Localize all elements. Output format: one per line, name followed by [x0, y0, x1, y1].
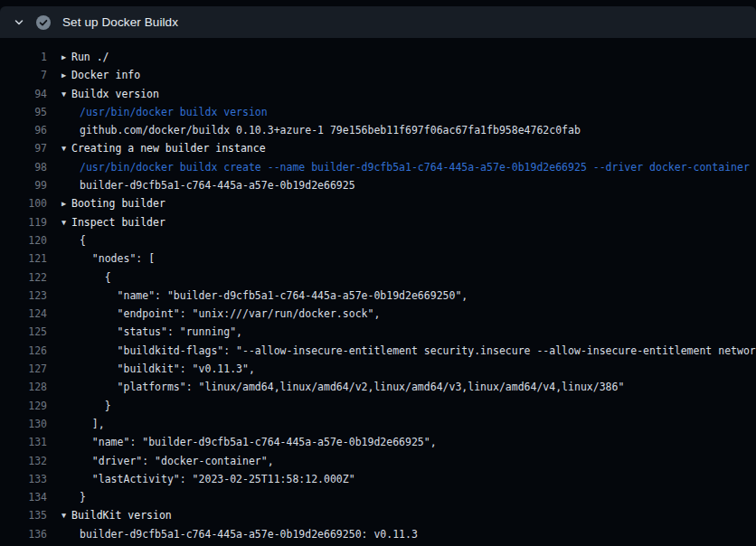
output-text: } — [80, 397, 111, 415]
line-number[interactable]: 119 — [0, 213, 47, 231]
chevron-down-icon[interactable] — [13, 16, 25, 29]
line-number[interactable]: 120 — [0, 231, 47, 249]
line-number[interactable]: 100 — [0, 194, 47, 212]
group-title[interactable]: Booting builder — [71, 194, 165, 212]
triangle-down-icon[interactable]: ▼ — [61, 213, 71, 231]
triangle-down-icon[interactable]: ▼ — [61, 506, 71, 524]
output-text: builder-d9cfb5a1-c764-445a-a57e-0b19d2e6… — [80, 176, 355, 194]
log-line: 129 } — [0, 397, 756, 415]
group-title[interactable]: Run ./ — [71, 48, 109, 66]
output-text: "endpoint": "unix:///var/run/docker.sock… — [80, 305, 380, 323]
line-number[interactable]: 7 — [0, 66, 47, 84]
output-text: "nodes": [ — [80, 249, 155, 268]
log-line: 131 "name": "builder-d9cfb5a1-c764-445a-… — [0, 433, 756, 451]
log-panel: 1▶Run ./7▶Docker info94▼Buildx version95… — [0, 38, 756, 546]
line-number[interactable]: 130 — [0, 415, 47, 433]
output-text: { — [80, 231, 86, 249]
line-number[interactable]: 122 — [0, 268, 47, 287]
group-title[interactable]: BuildKit version — [71, 506, 172, 524]
group-title[interactable]: Creating a new builder instance — [71, 139, 266, 157]
log-group-line[interactable]: 119▼Inspect builder — [0, 213, 756, 231]
log-line: 95/usr/bin/docker buildx version — [0, 103, 756, 121]
line-number[interactable]: 94 — [0, 85, 47, 103]
log-line: 122 { — [0, 268, 756, 287]
output-text: "name": "builder-d9cfb5a1-c764-445a-a57e… — [80, 433, 437, 451]
command-text: /usr/bin/docker buildx version — [80, 103, 268, 121]
output-text: "buildkit": "v0.11.3", — [80, 360, 255, 378]
triangle-right-icon[interactable]: ▶ — [61, 66, 71, 84]
line-number[interactable]: 98 — [0, 158, 47, 176]
log-line: 98/usr/bin/docker buildx create --name b… — [0, 158, 756, 176]
output-text: builder-d9cfb5a1-c764-445a-a57e-0b19d2e6… — [80, 525, 418, 543]
log-lines: 1▶Run ./7▶Docker info94▼Buildx version95… — [0, 48, 756, 543]
output-text: github.com/docker/buildx 0.10.3+azure-1 … — [80, 121, 581, 139]
log-group-line[interactable]: 100▶Booting builder — [0, 194, 756, 212]
triangle-down-icon[interactable]: ▼ — [61, 139, 71, 157]
log-line: 126 "buildkitd-flags": "--allow-insecure… — [0, 342, 756, 360]
line-number[interactable]: 96 — [0, 121, 47, 139]
log-line: 123 "name": "builder-d9cfb5a1-c764-445a-… — [0, 287, 756, 305]
log-line: 96github.com/docker/buildx 0.10.3+azure-… — [0, 121, 756, 139]
line-number[interactable]: 123 — [0, 287, 47, 305]
output-text: "status": "running", — [80, 323, 242, 341]
line-number[interactable]: 132 — [0, 452, 47, 470]
line-number[interactable]: 127 — [0, 360, 47, 378]
log-line: 120{ — [0, 231, 756, 249]
line-number[interactable]: 126 — [0, 342, 47, 360]
line-number[interactable]: 136 — [0, 525, 47, 543]
line-number[interactable]: 95 — [0, 103, 47, 121]
log-line: 132 "driver": "docker-container", — [0, 452, 756, 470]
log-group-line[interactable]: 1▶Run ./ — [0, 48, 756, 66]
group-title[interactable]: Buildx version — [71, 85, 159, 103]
log-line: 128 "platforms": "linux/amd64,linux/amd6… — [0, 378, 756, 396]
output-text: "buildkitd-flags": "--allow-insecure-ent… — [80, 342, 756, 360]
log-group-line[interactable]: 94▼Buildx version — [0, 85, 756, 103]
command-text: /usr/bin/docker buildx create --name bui… — [80, 158, 750, 176]
output-text: } — [80, 488, 86, 506]
triangle-right-icon[interactable]: ▶ — [61, 194, 71, 212]
line-number[interactable]: 125 — [0, 323, 47, 341]
line-number[interactable]: 124 — [0, 305, 47, 323]
log-line: 124 "endpoint": "unix:///var/run/docker.… — [0, 305, 756, 323]
log-line: 125 "status": "running", — [0, 323, 756, 341]
output-text: "driver": "docker-container", — [80, 452, 274, 470]
log-group-line[interactable]: 97▼Creating a new builder instance — [0, 139, 756, 157]
log-line: 130 ], — [0, 415, 756, 433]
group-title[interactable]: Docker info — [71, 66, 140, 84]
line-number[interactable]: 1 — [0, 48, 47, 66]
log-line: 136builder-d9cfb5a1-c764-445a-a57e-0b19d… — [0, 525, 756, 543]
group-title[interactable]: Inspect builder — [71, 213, 165, 231]
line-number[interactable]: 131 — [0, 433, 47, 451]
line-number[interactable]: 135 — [0, 506, 47, 524]
output-text: "name": "builder-d9cfb5a1-c764-445a-a57e… — [80, 287, 468, 305]
log-group-line[interactable]: 7▶Docker info — [0, 66, 756, 84]
log-line: 99builder-d9cfb5a1-c764-445a-a57e-0b19d2… — [0, 176, 756, 194]
triangle-down-icon[interactable]: ▼ — [61, 85, 71, 103]
line-number[interactable]: 121 — [0, 249, 47, 268]
line-number[interactable]: 134 — [0, 488, 47, 506]
step-title: Set up Docker Buildx — [62, 15, 178, 29]
check-circle-icon — [36, 15, 51, 30]
output-text: "lastActivity": "2023-02-25T11:58:12.000… — [80, 470, 355, 488]
triangle-right-icon[interactable]: ▶ — [61, 48, 71, 66]
output-text: { — [80, 268, 111, 287]
log-line: 133 "lastActivity": "2023-02-25T11:58:12… — [0, 470, 756, 488]
line-number[interactable]: 129 — [0, 397, 47, 415]
log-line: 127 "buildkit": "v0.11.3", — [0, 360, 756, 378]
line-number[interactable]: 133 — [0, 470, 47, 488]
line-number[interactable]: 97 — [0, 139, 47, 157]
step-header[interactable]: Set up Docker Buildx — [0, 6, 756, 38]
line-number[interactable]: 128 — [0, 378, 47, 396]
log-line: 134} — [0, 488, 756, 506]
output-text: "platforms": "linux/amd64,linux/amd64/v2… — [80, 378, 624, 396]
log-line: 121 "nodes": [ — [0, 249, 756, 268]
line-number[interactable]: 99 — [0, 176, 47, 194]
log-group-line[interactable]: 135▼BuildKit version — [0, 506, 756, 524]
output-text: ], — [80, 415, 105, 433]
